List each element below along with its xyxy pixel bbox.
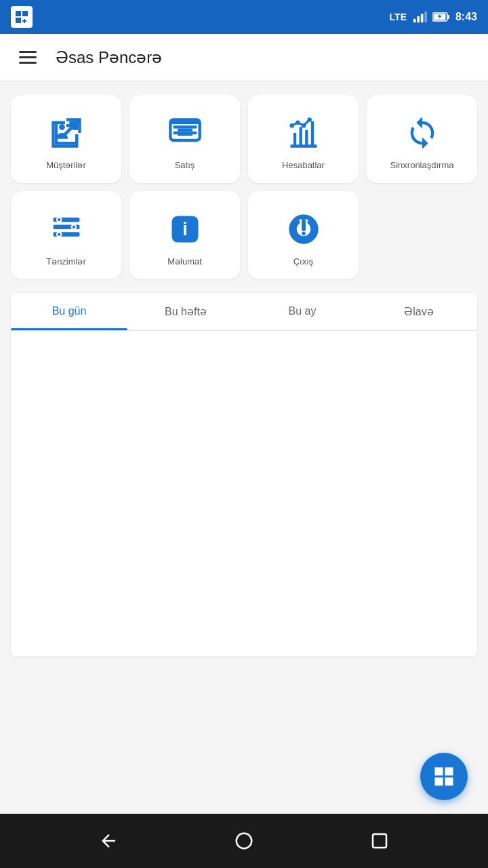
menu-item-exit[interactable]: Çıxış [248, 191, 359, 279]
exit-label: Çıxış [293, 256, 314, 267]
svg-point-26 [58, 233, 60, 235]
menu-item-customers[interactable]: Müştərilər [11, 95, 121, 183]
status-bar: LTE 8:43 [0, 0, 488, 34]
menu-item-sales[interactable]: Satış [129, 95, 240, 183]
tabs-header: Bu gün Bu həftə Bu ay Əlavə [11, 293, 477, 331]
reports-icon [283, 113, 324, 153]
customers-icon [46, 113, 87, 153]
home-button[interactable] [227, 824, 261, 858]
signal-bars-icon [412, 11, 427, 23]
tab-content-area [11, 331, 477, 656]
hamburger-line-1 [19, 51, 37, 53]
app-bar: Əsas Pəncərə [0, 34, 488, 81]
menu-grid: Müştərilər Satış [11, 95, 477, 279]
back-button[interactable] [92, 824, 125, 858]
info-icon: i [165, 209, 205, 250]
sales-label: Satış [175, 160, 195, 170]
exit-icon [283, 209, 324, 250]
app-logo [11, 6, 33, 28]
tabs-container: Bu gün Bu həftə Bu ay Əlavə [11, 293, 477, 656]
bottom-navigation [0, 814, 488, 868]
svg-rect-5 [447, 15, 449, 19]
battery-icon [432, 12, 450, 22]
sales-icon [165, 113, 205, 153]
tab-week[interactable]: Bu həftə [127, 293, 244, 330]
fab-button[interactable] [420, 753, 468, 800]
menu-item-sync[interactable]: Sinxronlaşdırma [367, 95, 477, 183]
status-bar-left [11, 6, 33, 28]
clock: 8:43 [455, 11, 477, 23]
tab-extra[interactable]: Əlavə [361, 293, 477, 330]
signal-indicator: LTE [390, 12, 407, 22]
svg-text:i: i [182, 218, 188, 239]
home-icon [234, 831, 254, 851]
recents-icon [369, 831, 390, 851]
svg-point-30 [237, 833, 252, 849]
sync-label: Sinxronlaşdırma [390, 160, 454, 170]
svg-rect-1 [417, 16, 420, 22]
status-bar-right: LTE 8:43 [390, 11, 477, 23]
menu-item-info[interactable]: i Məlumat [129, 191, 240, 279]
svg-point-7 [59, 124, 65, 130]
svg-rect-13 [170, 119, 199, 124]
tab-month[interactable]: Bu ay [244, 293, 361, 330]
reports-label: Hesabatlar [282, 160, 325, 170]
tab-today[interactable]: Bu gün [11, 293, 127, 330]
menu-item-reports[interactable]: Hesabatlar [248, 95, 359, 183]
hamburger-menu-button[interactable] [14, 45, 42, 69]
menu-item-settings[interactable]: Tənzimlər [11, 191, 121, 279]
hamburger-line-3 [19, 62, 37, 64]
back-icon [98, 831, 119, 851]
main-content: Müştərilər Satış [0, 81, 488, 814]
customers-label: Müştərilər [46, 160, 86, 170]
svg-point-24 [58, 218, 60, 220]
svg-rect-11 [173, 125, 197, 128]
svg-point-25 [72, 225, 75, 228]
svg-rect-0 [413, 19, 416, 23]
svg-rect-31 [373, 834, 386, 848]
page-title: Əsas Pəncərə [56, 48, 162, 67]
settings-label: Tənzimlər [46, 256, 86, 267]
settings-icon [46, 209, 87, 250]
recents-button[interactable] [363, 824, 396, 858]
grid-icon [432, 764, 456, 789]
hamburger-line-2 [19, 56, 37, 58]
svg-rect-2 [421, 14, 424, 22]
svg-rect-3 [424, 12, 427, 23]
info-label: Məlumat [167, 256, 202, 267]
sync-icon [402, 113, 443, 153]
